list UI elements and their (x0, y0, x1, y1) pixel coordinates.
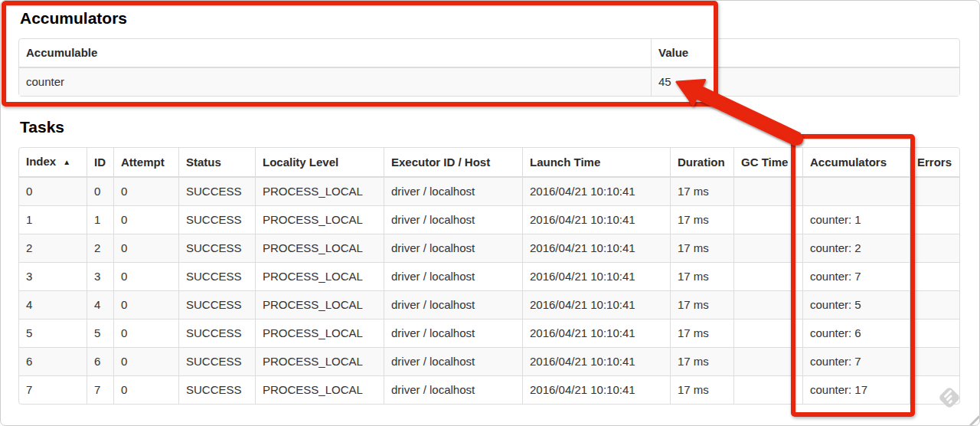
cell-locality: PROCESS_LOCAL (255, 290, 384, 319)
cell-launch: 2016/04/21 10:10:41 (522, 347, 670, 375)
column-header-index[interactable]: Index▲ (19, 148, 87, 178)
cell-errors (910, 262, 959, 290)
cell-locality: PROCESS_LOCAL (255, 375, 384, 404)
cell-accumulators: counter: 7 (802, 262, 910, 290)
cell-accumulators: counter: 1 (802, 205, 910, 234)
cell-duration: 17 ms (670, 290, 733, 319)
cell-attempt: 0 (113, 319, 178, 347)
cell-executor: driver / localhost (384, 262, 522, 290)
cell-launch: 2016/04/21 10:10:41 (522, 234, 670, 262)
cell-errors (910, 178, 959, 205)
tasks-heading: Tasks (20, 118, 960, 136)
cell-index: 7 (19, 375, 87, 404)
cell-gc (733, 262, 802, 290)
cell-id: 5 (87, 319, 113, 347)
cell-executor: driver / localhost (384, 234, 522, 262)
cell-locality: PROCESS_LOCAL (255, 205, 384, 234)
cell-accumulators: counter: 17 (802, 375, 910, 404)
cell-gc (733, 347, 802, 375)
column-header-errors[interactable]: Errors (910, 148, 959, 178)
cell-status: SUCCESS (178, 205, 255, 234)
cell-locality: PROCESS_LOCAL (255, 262, 384, 290)
tasks-table: Index▲IDAttemptStatusLocality LevelExecu… (18, 147, 960, 405)
cell-accumulators: counter: 6 (802, 319, 910, 347)
cell-gc (733, 290, 802, 319)
cell-attempt: 0 (113, 234, 178, 262)
cell-duration: 17 ms (670, 347, 733, 375)
cell-index: 0 (19, 178, 87, 205)
column-header-accumulators[interactable]: Accumulators (802, 148, 910, 178)
cell-duration: 17 ms (670, 262, 733, 290)
cell-executor: driver / localhost (384, 319, 522, 347)
cell-status: SUCCESS (178, 319, 255, 347)
table-row: 440SUCCESSPROCESS_LOCALdriver / localhos… (19, 290, 959, 319)
column-header-value[interactable]: Value (651, 39, 959, 68)
cell-gc (733, 375, 802, 404)
cell-attempt: 0 (113, 347, 178, 375)
frame-corner-curl (969, 415, 980, 426)
table-row: counter 45 (19, 68, 959, 96)
column-header-locality[interactable]: Locality Level (255, 148, 384, 178)
cell-launch: 2016/04/21 10:10:41 (522, 262, 670, 290)
cell-index: 3 (19, 262, 87, 290)
tasks-table-body: 000SUCCESSPROCESS_LOCALdriver / localhos… (19, 178, 959, 404)
cell-accumulators: counter: 2 (802, 234, 910, 262)
table-row: 550SUCCESSPROCESS_LOCALdriver / localhos… (19, 319, 959, 347)
table-row: 660SUCCESSPROCESS_LOCALdriver / localhos… (19, 347, 959, 375)
cell-attempt: 0 (113, 178, 178, 205)
cell-launch: 2016/04/21 10:10:41 (522, 178, 670, 205)
cell-executor: driver / localhost (384, 375, 522, 404)
cell-launch: 2016/04/21 10:10:41 (522, 319, 670, 347)
cell-errors (910, 234, 959, 262)
cell-accumulators: counter: 7 (802, 347, 910, 375)
cell-attempt: 0 (113, 262, 178, 290)
cell-executor: driver / localhost (384, 290, 522, 319)
cell-locality: PROCESS_LOCAL (255, 319, 384, 347)
cell-locality: PROCESS_LOCAL (255, 347, 384, 375)
cell-duration: 17 ms (670, 234, 733, 262)
cell-duration: 17 ms (670, 375, 733, 404)
cell-launch: 2016/04/21 10:10:41 (522, 375, 670, 404)
cell-status: SUCCESS (178, 375, 255, 404)
column-header-id[interactable]: ID (87, 148, 113, 178)
skitch-watermark-icon (936, 384, 963, 411)
column-header-accumulable[interactable]: Accumulable (19, 39, 651, 68)
cell-attempt: 0 (113, 290, 178, 319)
accumulable-table: Accumulable Value counter 45 (18, 38, 960, 97)
cell-executor: driver / localhost (384, 178, 522, 205)
cell-accumulators: counter: 5 (802, 290, 910, 319)
cell-accumulable-name: counter (19, 68, 651, 96)
cell-duration: 17 ms (670, 205, 733, 234)
cell-status: SUCCESS (178, 347, 255, 375)
cell-status: SUCCESS (178, 290, 255, 319)
cell-errors (910, 347, 959, 375)
cell-gc (733, 178, 802, 205)
cell-attempt: 0 (113, 375, 178, 404)
column-header-attempt[interactable]: Attempt (113, 148, 178, 178)
cell-id: 2 (87, 234, 113, 262)
cell-id: 3 (87, 262, 113, 290)
cell-attempt: 0 (113, 205, 178, 234)
column-header-gc[interactable]: GC Time (733, 148, 802, 178)
column-header-status[interactable]: Status (178, 148, 255, 178)
column-header-executor[interactable]: Executor ID / Host (384, 148, 522, 178)
cell-duration: 17 ms (670, 319, 733, 347)
column-header-duration[interactable]: Duration (670, 148, 733, 178)
cell-locality: PROCESS_LOCAL (255, 234, 384, 262)
cell-executor: driver / localhost (384, 205, 522, 234)
cell-accumulators (802, 178, 910, 205)
column-header-launch[interactable]: Launch Time (522, 148, 670, 178)
table-row: 110SUCCESSPROCESS_LOCALdriver / localhos… (19, 205, 959, 234)
cell-gc (733, 234, 802, 262)
spark-ui-page: Accumulators Accumulable Value counter 4… (0, 0, 980, 426)
cell-id: 4 (87, 290, 113, 319)
cell-gc (733, 205, 802, 234)
table-row: 770SUCCESSPROCESS_LOCALdriver / localhos… (19, 375, 959, 404)
cell-executor: driver / localhost (384, 347, 522, 375)
cell-id: 0 (87, 178, 113, 205)
page-content: Accumulators Accumulable Value counter 4… (1, 1, 979, 405)
cell-id: 1 (87, 205, 113, 234)
table-row: 330SUCCESSPROCESS_LOCALdriver / localhos… (19, 262, 959, 290)
accumulable-header-row: Accumulable Value (19, 39, 959, 68)
cell-launch: 2016/04/21 10:10:41 (522, 290, 670, 319)
